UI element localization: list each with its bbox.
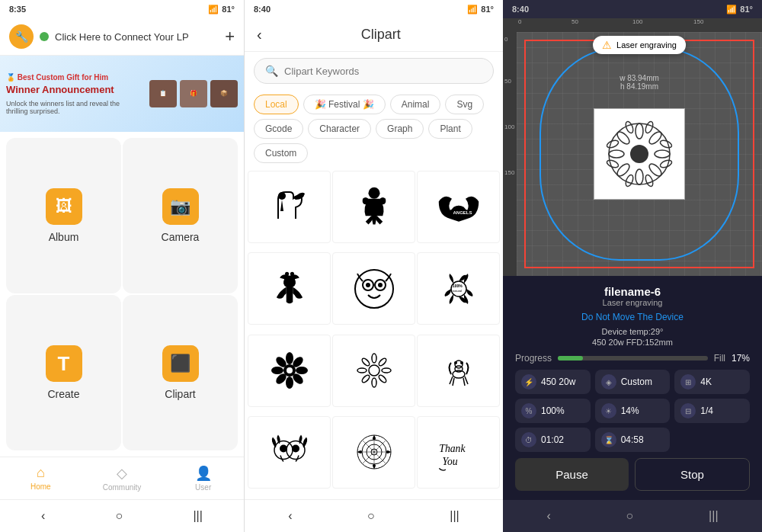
param-custom-value: Custom: [621, 377, 652, 387]
laser-network-icon: 📶: [726, 5, 737, 14]
progress-percent: 17%: [732, 353, 750, 364]
clipart-header: ‹ Clipart: [245, 18, 503, 52]
clipart-item-11[interactable]: [332, 416, 415, 489]
recents-btn-home[interactable]: |||: [181, 506, 214, 526]
add-button[interactable]: +: [225, 27, 235, 46]
svg-point-18: [272, 367, 283, 373]
size-width: w 83.94mm: [620, 74, 659, 82]
svg-point-0: [278, 192, 286, 200]
clipart-item-6[interactable]: 100% natural: [417, 252, 500, 325]
album-card[interactable]: 🖼 Album: [6, 138, 121, 293]
home-time: 8:35: [9, 5, 26, 14]
param-4k-value: 4K: [700, 377, 712, 387]
nav-user[interactable]: 👤 User: [162, 462, 244, 495]
param-4k: ⊞ 4K: [674, 370, 750, 394]
clipart-item-8[interactable]: [332, 335, 415, 407]
clipart-search-bar[interactable]: 🔍: [254, 58, 494, 84]
svg-point-20: [275, 356, 287, 368]
clipart-item-4[interactable]: [248, 252, 331, 325]
svg-point-22: [275, 373, 287, 385]
home-btn-clipart[interactable]: ○: [355, 506, 387, 526]
hourglass-icon: ⌛: [601, 432, 616, 447]
laser-canvas-area: 0 50 100 150 0 50 100 150: [503, 18, 762, 276]
tag-gcode[interactable]: Gcode: [254, 119, 303, 139]
nav-home[interactable]: ⌂ Home: [0, 462, 82, 495]
clipart-card[interactable]: ⬛ Clipart: [123, 295, 238, 450]
clipart-item-5[interactable]: [332, 252, 415, 325]
home-btn-laser[interactable]: ○: [614, 506, 646, 526]
stop-button[interactable]: Stop: [635, 458, 750, 491]
laser-android-nav: ‹ ○ |||: [503, 500, 762, 532]
svg-point-16: [287, 353, 293, 364]
clipart-item-2[interactable]: [332, 171, 415, 243]
laser-size-info: w 83.94mm h 84.19mm: [620, 74, 659, 91]
tag-svg[interactable]: Svg: [445, 95, 484, 114]
param-custom: ◈ Custom: [595, 370, 671, 394]
home-nav-label: Home: [30, 482, 51, 491]
svg-point-10: [378, 283, 383, 287]
nav-community[interactable]: ◇ Community: [82, 462, 163, 495]
laser-canvas-main: 0 50 100 150: [503, 32, 762, 276]
svg-point-65: [659, 159, 673, 168]
tag-custom[interactable]: Custom: [254, 143, 308, 163]
pause-button[interactable]: Pause: [515, 458, 629, 491]
clipart-item-1[interactable]: [248, 171, 331, 243]
camera-card[interactable]: 📷 Camera: [123, 138, 238, 293]
param-time-remaining: ⌛ 04:58: [595, 428, 671, 452]
tag-animal[interactable]: Animal: [390, 95, 441, 114]
progress-bar-container: [558, 356, 708, 361]
param-power-value: 450 20w: [541, 377, 575, 387]
home-btn-home[interactable]: ○: [104, 506, 136, 526]
recents-btn-laser[interactable]: |||: [696, 506, 730, 526]
param-percent-value: 100%: [541, 405, 565, 416]
back-btn-laser[interactable]: ‹: [534, 506, 562, 526]
param-percent: % 100%: [515, 399, 591, 423]
back-btn-clipart[interactable]: ‹: [276, 506, 304, 526]
connect-label: Click Here to Connect Your LP: [55, 31, 189, 43]
clipart-battery: 81°: [481, 5, 494, 14]
create-label: Create: [47, 388, 79, 400]
clipart-item-3[interactable]: ANGELS: [417, 171, 500, 243]
laser-engraving-tooltip: ⚠ Laser engraving: [593, 36, 686, 54]
connect-button[interactable]: Click Here to Connect Your LP: [55, 31, 219, 43]
ruler-mark-100: 100: [632, 18, 642, 25]
clipart-image-grid: ANGELS: [245, 168, 503, 499]
clipart-search-input[interactable]: [284, 66, 482, 77]
tag-local[interactable]: Local: [254, 95, 299, 114]
param-remaining-value: 04:58: [621, 434, 644, 445]
clipart-label: Clipart: [165, 388, 195, 400]
ruler-v-100: 100: [504, 123, 514, 130]
clipart-item-9[interactable]: [417, 335, 500, 407]
panel-clipart: 8:40 📶 81° ‹ Clipart 🔍 Local 🎉 Festival …: [244, 0, 503, 532]
ruler-v-150: 150: [504, 169, 514, 176]
back-btn-home[interactable]: ‹: [29, 506, 57, 526]
clipart-item-7[interactable]: [248, 335, 331, 407]
clipart-item-10[interactable]: [248, 416, 331, 489]
home-banner[interactable]: 🏅 Best Custom Gift for Him Winner Announ…: [0, 56, 244, 132]
custom-icon: ◈: [601, 374, 616, 389]
svg-point-50: [636, 123, 643, 139]
laser-status-bar: 8:40 📶 81°: [503, 0, 762, 18]
tag-plant[interactable]: Plant: [428, 119, 472, 139]
clipart-item-12[interactable]: Thank You: [417, 416, 500, 489]
home-card-grid: 🖼 Album 📷 Camera T Create ⬛ Clipart: [0, 132, 244, 457]
svg-point-37: [460, 361, 463, 364]
panel-laser: 8:40 📶 81° 0 50 100 150 0 50 100 150: [503, 0, 762, 532]
svg-point-29: [360, 357, 370, 367]
laser-device-temp: Device temp:29°: [515, 327, 750, 336]
svg-point-61: [644, 174, 654, 187]
clipart-back-button[interactable]: ‹: [257, 26, 262, 43]
recents-btn-clipart[interactable]: |||: [437, 506, 471, 526]
svg-point-31: [360, 374, 370, 384]
clipart-tag-list: Local 🎉 Festival 🎉 Animal Svg Gcode Char…: [245, 90, 503, 168]
tag-character[interactable]: Character: [308, 119, 371, 139]
laser-filetype: Laser engraving: [515, 298, 750, 307]
laser-filename: filename-6: [515, 285, 750, 298]
tag-graph[interactable]: Graph: [376, 119, 424, 139]
param-time-value: 01:02: [541, 434, 564, 445]
ruler-v-50: 50: [504, 78, 511, 85]
tag-festival[interactable]: 🎉 Festival 🎉: [303, 95, 386, 114]
svg-point-52: [609, 150, 624, 158]
create-card[interactable]: T Create: [6, 295, 121, 450]
clipart-icon: ⬛: [162, 345, 199, 382]
